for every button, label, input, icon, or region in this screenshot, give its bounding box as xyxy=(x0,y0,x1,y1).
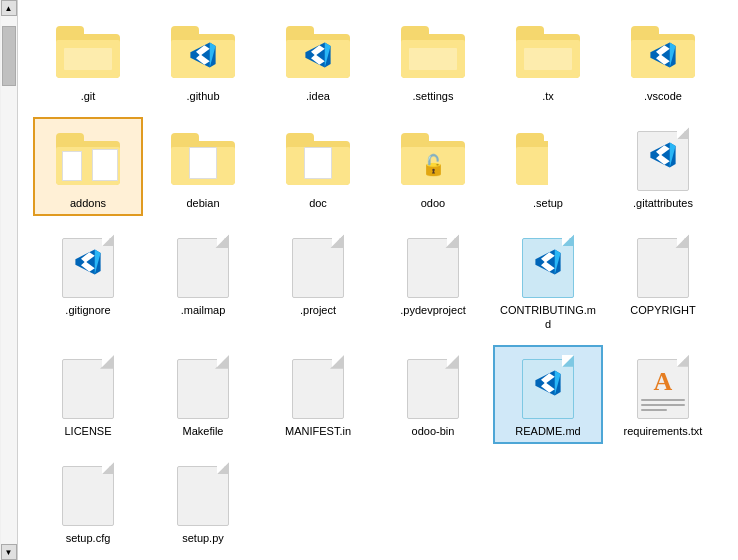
scroll-track xyxy=(1,16,17,544)
folder-lock-icon: 🔓 xyxy=(401,133,465,185)
file-label-license: LICENSE xyxy=(64,425,111,438)
file-label-setup-cfg: setup.cfg xyxy=(66,532,111,545)
file-label-github: .github xyxy=(186,90,219,103)
scroll-thumb[interactable] xyxy=(2,26,16,86)
file-label-mailmap: .mailmap xyxy=(181,304,226,317)
file-vscode-icon xyxy=(637,127,689,191)
icon-wrapper-addons xyxy=(52,123,124,195)
file-item-pydevproject[interactable]: .pydevproject xyxy=(378,224,488,336)
file-label-manifest: MANIFEST.in xyxy=(285,425,351,438)
file-item-debian[interactable]: debian xyxy=(148,117,258,216)
icon-wrapper-manifest xyxy=(282,351,354,423)
icon-wrapper-contributing xyxy=(512,230,584,302)
generic-file-icon xyxy=(407,234,459,298)
file-item-gitignore[interactable]: .gitignore xyxy=(33,224,143,336)
file-label-copyright: COPYRIGHT xyxy=(630,304,695,317)
file-label-pydevproject: .pydevproject xyxy=(400,304,465,317)
file-explorer-content: .git .github xyxy=(18,0,738,560)
file-label-odoo: odoo xyxy=(421,197,445,210)
file-item-git[interactable]: .git xyxy=(33,10,143,109)
icon-wrapper-gitignore xyxy=(52,230,124,302)
file-label-makefile: Makefile xyxy=(183,425,224,438)
file-item-project[interactable]: .project xyxy=(263,224,373,336)
file-item-license[interactable]: LICENSE xyxy=(33,345,143,444)
file-label-debian: debian xyxy=(186,197,219,210)
icon-wrapper-doc xyxy=(282,123,354,195)
file-item-contributing[interactable]: CONTRIBUTING.md xyxy=(493,224,603,336)
icon-wrapper-project xyxy=(282,230,354,302)
file-label-setup: .setup xyxy=(533,197,563,210)
file-vscode-icon xyxy=(62,234,114,298)
folder-doc-icon xyxy=(171,133,235,185)
file-item-tx[interactable]: .tx xyxy=(493,10,603,109)
file-label-contributing: CONTRIBUTING.md xyxy=(499,304,597,330)
requirements-file-icon: A xyxy=(637,355,689,419)
file-label-gitattributes: .gitattributes xyxy=(633,197,693,210)
file-item-makefile[interactable]: Makefile xyxy=(148,345,258,444)
file-item-setup-py[interactable]: setup.py xyxy=(148,452,258,551)
folder-vscode-icon xyxy=(171,26,235,78)
icon-wrapper-setup xyxy=(512,123,584,195)
icon-wrapper-vscode xyxy=(627,16,699,88)
file-label-gitignore: .gitignore xyxy=(65,304,110,317)
generic-file-icon xyxy=(62,355,114,419)
file-item-doc[interactable]: doc xyxy=(263,117,373,216)
icon-wrapper-odoo-bin xyxy=(397,351,469,423)
file-item-requirements[interactable]: A requirements.txt xyxy=(608,345,718,444)
file-label-setup-py: setup.py xyxy=(182,532,224,545)
file-item-vscode[interactable]: .vscode xyxy=(608,10,718,109)
scroll-up-button[interactable]: ▲ xyxy=(1,0,17,16)
file-item-github[interactable]: .github xyxy=(148,10,258,109)
file-partial-icon xyxy=(62,462,114,526)
folder-addons-icon xyxy=(56,133,120,185)
file-label-idea: .idea xyxy=(306,90,330,103)
generic-file-icon xyxy=(177,234,229,298)
icon-wrapper-copyright xyxy=(627,230,699,302)
generic-file-icon xyxy=(637,234,689,298)
icon-wrapper-debian xyxy=(167,123,239,195)
icon-wrapper-mailmap xyxy=(167,230,239,302)
file-label-doc: doc xyxy=(309,197,327,210)
icon-wrapper-settings xyxy=(397,16,469,88)
icon-wrapper-gitattributes xyxy=(627,123,699,195)
file-item-mailmap[interactable]: .mailmap xyxy=(148,224,258,336)
folder-icon xyxy=(401,26,465,78)
scroll-down-button[interactable]: ▼ xyxy=(1,544,17,560)
file-label-project: .project xyxy=(300,304,336,317)
file-item-readme[interactable]: README.md xyxy=(493,345,603,444)
file-label-vscode: .vscode xyxy=(644,90,682,103)
file-item-settings[interactable]: .settings xyxy=(378,10,488,109)
file-vscode-blue-icon xyxy=(522,234,574,298)
file-item-odoo[interactable]: 🔓 odoo xyxy=(378,117,488,216)
folder-half-icon xyxy=(516,133,580,185)
file-item-copyright[interactable]: COPYRIGHT xyxy=(608,224,718,336)
icon-wrapper-license xyxy=(52,351,124,423)
file-item-setup[interactable]: .setup xyxy=(493,117,603,216)
folder-icon xyxy=(516,26,580,78)
folder-icon xyxy=(56,26,120,78)
file-label-readme: README.md xyxy=(515,425,580,438)
icon-wrapper-github xyxy=(167,16,239,88)
file-item-manifest[interactable]: MANIFEST.in xyxy=(263,345,373,444)
icon-wrapper-setup-cfg xyxy=(52,458,124,530)
icon-wrapper-odoo: 🔓 xyxy=(397,123,469,195)
file-label-git: .git xyxy=(81,90,96,103)
file-item-odoo-bin[interactable]: odoo-bin xyxy=(378,345,488,444)
generic-file-icon xyxy=(292,355,344,419)
file-item-idea[interactable]: .idea xyxy=(263,10,373,109)
file-item-gitattributes[interactable]: .gitattributes xyxy=(608,117,718,216)
generic-file-icon xyxy=(407,355,459,419)
file-grid: .git .github xyxy=(33,10,728,551)
file-item-addons[interactable]: addons xyxy=(33,117,143,216)
file-item-setup-cfg[interactable]: setup.cfg xyxy=(33,452,143,551)
icon-wrapper-setup-py xyxy=(167,458,239,530)
icon-wrapper-tx xyxy=(512,16,584,88)
generic-file-icon xyxy=(177,355,229,419)
vertical-scrollbar[interactable]: ▲ ▼ xyxy=(0,0,18,560)
generic-file-icon xyxy=(292,234,344,298)
icon-wrapper-idea xyxy=(282,16,354,88)
icon-wrapper-makefile xyxy=(167,351,239,423)
icon-wrapper-git xyxy=(52,16,124,88)
icon-wrapper-readme xyxy=(512,351,584,423)
file-label-odoo-bin: odoo-bin xyxy=(412,425,455,438)
